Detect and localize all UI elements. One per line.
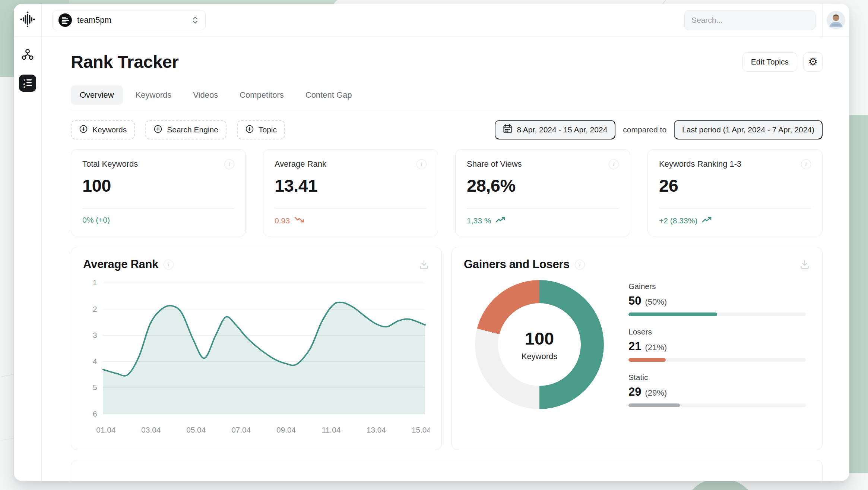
stat-cards-row: Total Keywords i 100 0% (+0) Average Ran… [71,149,823,236]
info-icon[interactable]: i [416,159,427,169]
stat-delta: 1,33 % [467,216,619,226]
compared-to-label: compared to [623,125,666,134]
svg-text:2: 2 [93,305,97,313]
legend-item-losers: Losers 21 (21%) [628,327,806,362]
stat-card-share-of-views: Share of Views i 28,6% 1,33 % [455,149,630,236]
svg-text:5: 5 [93,384,97,392]
donut-center-value: 100 [525,328,554,349]
hierarchy-icon [21,48,34,63]
stat-label: Average Rank [275,159,326,169]
user-avatar[interactable] [827,11,845,29]
svg-text:4: 4 [93,358,97,365]
trend-down-icon [294,216,305,226]
date-controls: 8 Apr, 2024 - 15 Apr, 2024 compared to L… [495,120,823,139]
svg-text:05.04: 05.04 [186,426,206,434]
donut-center-label: Keywords [522,352,558,361]
svg-text:1: 1 [23,79,25,82]
gainers-losers-card: Gainers and Losers i [452,247,823,450]
next-section-card-partial [71,460,823,481]
add-topic-filter-button[interactable]: Topic [237,120,285,139]
stat-card-total-keywords: Total Keywords i 100 0% (+0) [71,149,246,236]
svg-text:6: 6 [93,410,97,418]
gear-icon: ⚙ [808,57,817,67]
divider [275,208,427,209]
workspace-name: team5pm [77,15,111,25]
stat-value: 26 [659,175,811,196]
app-window: team5pm [14,4,849,481]
settings-button[interactable]: ⚙ [803,52,823,72]
progress-fill [628,403,680,407]
gainers-losers-legend: Gainers 50 (50%) Losers [628,282,806,407]
info-icon[interactable]: i [164,260,174,270]
tab-videos[interactable]: Videos [184,85,227,105]
legend-item-gainers: Gainers 50 (50%) [628,282,806,316]
date-range-picker[interactable]: 8 Apr, 2024 - 15 Apr, 2024 [495,120,615,139]
progress-track [628,312,806,316]
average-rank-chart: 12345601.0403.0405.0407.0409.0411.0413.0… [83,273,430,438]
stat-value: 28,6% [467,175,619,196]
progress-fill [628,358,666,362]
stat-label: Share of Views [467,159,522,169]
add-search-engine-filter-button[interactable]: Search Engine [145,120,226,139]
info-icon[interactable]: i [224,159,234,169]
calendar-icon [503,124,512,136]
legend-item-static: Static 29 (29%) [628,373,806,407]
compare-period-picker[interactable]: Last period (1 Apr, 2024 - 7 Apr, 2024) [674,120,823,139]
divider [71,110,823,110]
stat-card-keywords-ranking-1-3: Keywords Ranking 1-3 i 26 +2 (8.33%) [647,149,823,236]
info-icon[interactable]: i [801,159,811,169]
main-content: Rank Tracker Edit Topics ⚙ Overview Keyw… [42,37,849,481]
progress-track [628,358,806,362]
waveform-logo-icon [19,11,36,29]
topbar: team5pm [14,4,849,37]
app-logo [14,4,42,36]
ordered-list-icon: 1 2 3 [23,78,33,89]
workspace-selector[interactable]: team5pm [52,10,206,30]
stat-delta: +2 (8.33%) [659,216,811,226]
stat-value: 100 [82,175,234,196]
edit-topics-button[interactable]: Edit Topics [742,52,797,72]
svg-text:13.04: 13.04 [367,426,386,434]
svg-text:1: 1 [93,279,97,287]
workspace-avatar-icon [58,13,72,27]
tab-overview[interactable]: Overview [71,85,123,105]
average-rank-chart-card: Average Rank i 12345601.0403.0405.0407.0… [71,247,442,450]
plus-circle-icon [153,125,162,135]
add-keywords-filter-button[interactable]: Keywords [71,120,135,139]
gainers-losers-donut-wrap: 100 Keywords [475,280,604,409]
info-icon[interactable]: i [575,260,585,270]
plus-circle-icon [245,125,254,135]
background-sage-right-strip [849,115,868,473]
progress-fill [628,312,717,316]
trend-up-icon [701,216,712,226]
tab-bar: Overview Keywords Videos Competitors Con… [71,85,823,105]
sidebar-item-hierarchy[interactable] [19,47,36,64]
svg-text:3: 3 [93,332,97,339]
filter-chips: Keywords Search Engine [71,120,285,139]
tab-content-gap[interactable]: Content Gap [297,85,361,105]
stat-delta: 0% (+0) [82,216,234,224]
info-icon[interactable]: i [609,159,619,169]
page-title: Rank Tracker [71,51,178,72]
progress-track [628,403,806,407]
svg-text:07.04: 07.04 [231,426,251,434]
search-input[interactable] [684,10,815,30]
svg-text:03.04: 03.04 [141,426,161,434]
trend-up-icon [495,216,506,226]
stat-label: Total Keywords [82,159,138,169]
divider [659,208,811,209]
svg-text:3: 3 [23,85,25,88]
chevron-up-down-icon [191,15,199,25]
stat-delta: 0.93 [275,216,427,226]
tab-keywords[interactable]: Keywords [127,85,181,105]
svg-text:11.04: 11.04 [322,426,340,434]
download-icon[interactable] [418,259,430,270]
download-icon[interactable] [799,259,810,270]
stat-card-average-rank: Average Rank i 13.41 0.93 [263,149,438,236]
sidebar-item-rank-tracker[interactable]: 1 2 3 [19,75,36,92]
svg-text:15.04: 15.04 [412,426,430,434]
tab-competitors[interactable]: Competitors [231,85,293,105]
plus-circle-icon [79,125,88,135]
chart-title: Gainers and Losers [464,258,570,271]
svg-text:01.04: 01.04 [96,426,115,434]
